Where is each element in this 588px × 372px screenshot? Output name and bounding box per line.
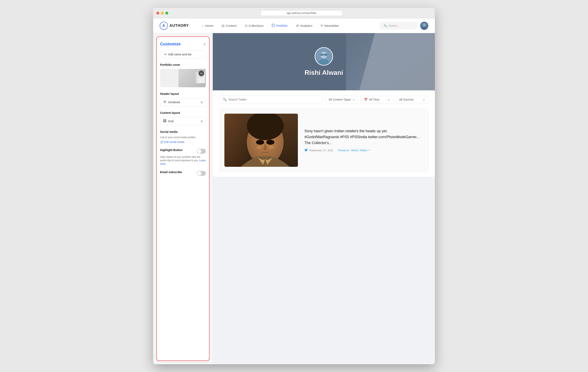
svg-rect-18 <box>164 103 165 103</box>
svg-rect-0 <box>272 24 275 27</box>
content-layout-label: Content layout <box>160 111 206 114</box>
edit-social-label: Edit social media <box>164 141 184 143</box>
newsletter-icon: ✉ <box>321 24 323 28</box>
sidebar-title: Customize <box>160 42 181 46</box>
svg-rect-5 <box>297 25 297 27</box>
social-media-desc: Link to your social media profiles. <box>160 136 206 139</box>
content-types-dropdown[interactable]: All Content Types ∨ <box>325 96 358 103</box>
all-sources-dropdown[interactable]: All Sources ∨ <box>396 96 428 103</box>
highlight-toggle[interactable] <box>197 149 206 154</box>
search-placeholder: Search... <box>388 24 399 27</box>
highlight-button-section: Highlight Button Help visitors of your p… <box>160 148 206 165</box>
edit-cover-button[interactable]: ✏ <box>199 71 204 76</box>
calendar-icon: 📅 <box>364 98 368 101</box>
external-link-icon: ↗ <box>368 149 370 152</box>
nav-item-content[interactable]: ▤ Content <box>218 22 240 29</box>
edit-name-icon: ✏ <box>164 53 167 56</box>
search-twitter-input[interactable] <box>229 98 319 101</box>
card-image <box>224 114 298 167</box>
content-card: Sony hasn't given Indian retailers the h… <box>219 109 428 172</box>
portfolio-cover-preview: ✏ <box>160 69 206 87</box>
email-subscribe-section: Email subscribe <box>160 170 206 176</box>
nav-label-portfolio: Portfolio <box>276 24 287 27</box>
titlebar: app.authory.com/portfolio <box>153 8 435 18</box>
svg-rect-22 <box>165 121 166 122</box>
nav-item-collections[interactable]: ⊟ Collections <box>242 22 267 29</box>
svg-point-33 <box>256 140 264 145</box>
svg-rect-3 <box>273 26 273 26</box>
card-body: Sony hasn't given Indian retailers the h… <box>304 114 423 167</box>
all-time-chevron-icon: ∨ <box>388 98 390 101</box>
content-layout-dropdown[interactable]: Grid ∨ <box>160 117 206 125</box>
logo-icon: A <box>160 22 168 30</box>
sidebar: Customize ∧ ✏ Edit name and bio Portfoli… <box>156 36 210 361</box>
twitter-bird-icon <box>304 148 308 152</box>
svg-point-8 <box>423 23 426 27</box>
twitter-handle: Rishi's Twitter <box>351 149 368 152</box>
all-time-dropdown[interactable]: 📅 All Time ∨ <box>361 96 393 103</box>
svg-rect-16 <box>163 101 166 101</box>
edit-name-label: Edit name and bio <box>168 53 191 56</box>
social-media-label: Social media <box>160 130 206 133</box>
highlight-header: Highlight Button <box>160 148 206 154</box>
email-subscribe-toggle[interactable] <box>197 171 206 176</box>
portfolio-icon <box>272 24 275 28</box>
edit-social-media-link[interactable]: 🔗 Edit social media <box>160 141 206 143</box>
email-subscribe-label: Email subscribe <box>160 170 182 174</box>
minimize-button[interactable] <box>161 12 164 14</box>
content-types-chevron-icon: ∨ <box>353 98 355 101</box>
centered-icon <box>163 100 166 104</box>
portfolio-cover-label: Portfolio cover <box>160 63 206 66</box>
navbar-search[interactable]: 🔍 Search... <box>380 22 417 29</box>
svg-rect-20 <box>165 119 166 120</box>
sidebar-header: Customize ∧ <box>160 42 206 46</box>
card-image-illustration <box>224 114 298 167</box>
chevron-down-icon: ∨ <box>201 100 203 104</box>
sidebar-collapse-button[interactable]: ∧ <box>203 42 206 46</box>
nav-item-newsletter[interactable]: ✉ Newsletter <box>317 22 342 29</box>
user-avatar[interactable] <box>420 22 428 30</box>
window-controls <box>156 12 168 14</box>
search-twitter-field[interactable]: 🔍 <box>219 95 323 104</box>
card-separator: · <box>335 149 336 152</box>
content-types-label: All Content Types <box>329 98 351 101</box>
svg-point-27 <box>324 54 327 56</box>
link-icon: 🔗 <box>160 141 163 143</box>
url-bar[interactable]: app.authory.com/portfolio <box>261 10 342 16</box>
svg-rect-19 <box>163 119 165 120</box>
header-layout-dropdown[interactable]: Centered ∨ <box>160 98 206 106</box>
all-sources-label: All Sources <box>399 98 414 101</box>
home-icon: ⌂ <box>202 24 204 28</box>
card-date: September 27, 2022 <box>309 149 333 152</box>
maximize-button[interactable] <box>165 12 168 14</box>
nav-label-home: Home <box>205 24 213 27</box>
nav-item-home[interactable]: ⌂ Home <box>199 22 217 29</box>
thread-link[interactable]: Thread at Rishi's Twitter ↗ <box>337 149 370 152</box>
nav-label-content: Content <box>226 24 237 27</box>
svg-rect-6 <box>298 24 298 27</box>
header-layout-label: Header layout <box>160 92 206 96</box>
highlight-desc: Help visitors of your portfolio take the… <box>160 155 206 165</box>
close-button[interactable] <box>156 12 159 14</box>
nav-item-portfolio[interactable]: Portfolio <box>268 22 291 29</box>
svg-rect-37 <box>224 114 249 167</box>
card-text: Sony hasn't given Indian retailers the h… <box>304 128 423 146</box>
edit-name-button[interactable]: ✏ Edit name and bio <box>160 51 206 58</box>
content-layout-chevron-icon: ∨ <box>201 120 203 123</box>
user-profile-avatar <box>315 47 333 66</box>
highlight-button-label: Highlight Button <box>160 148 182 152</box>
email-header: Email subscribe <box>160 170 206 176</box>
search-filter-icon: 🔍 <box>223 98 227 101</box>
svg-point-26 <box>320 54 324 56</box>
url-bar-container: app.authory.com/portfolio <box>171 10 432 16</box>
svg-rect-21 <box>163 121 165 122</box>
portfolio-content: 🔍 All Content Types ∨ 📅 All Time ∨ All S… <box>213 90 435 177</box>
nav-item-analytics[interactable]: Analytics <box>292 22 316 29</box>
logo-text: AUTHORY <box>169 23 189 28</box>
nav-label-analytics: Analytics <box>300 24 312 27</box>
header-layout-value: Centered <box>168 100 180 104</box>
main-layout: Customize ∧ ✏ Edit name and bio Portfoli… <box>153 33 435 364</box>
svg-rect-28 <box>324 54 324 55</box>
logo[interactable]: A AUTHORY <box>160 22 189 30</box>
url-text: app.authory.com/portfolio <box>287 11 316 14</box>
